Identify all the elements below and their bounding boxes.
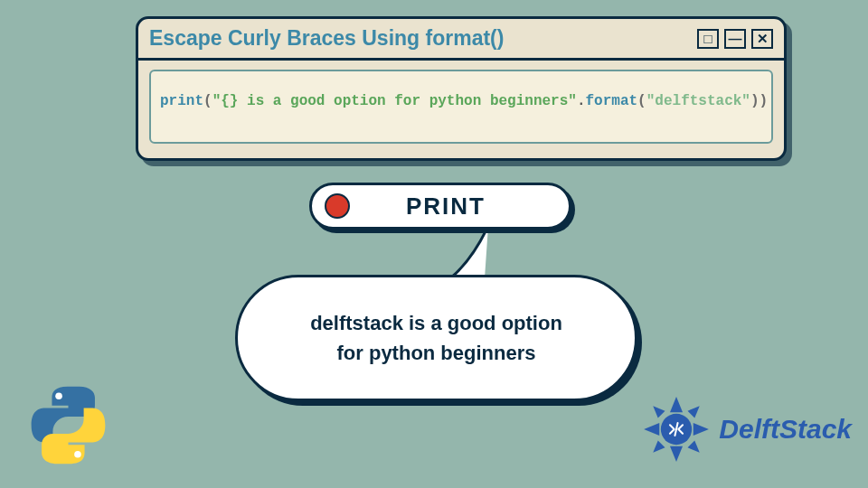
svg-point-0	[55, 392, 62, 399]
retro-window: Escape Curly Braces Using format() □ — ✕…	[136, 16, 787, 161]
output-bubble: delftstack is a good option for python b…	[235, 224, 637, 414]
code-paren-open2: (	[637, 93, 646, 109]
code-fn-format: format	[586, 93, 638, 109]
record-dot-icon	[325, 193, 350, 219]
window-title: Escape Curly Braces Using format()	[149, 26, 697, 51]
code-block: print("{} is a good option for python be…	[149, 70, 773, 144]
delftstack-badge-icon	[641, 394, 712, 465]
code-dot: .	[577, 93, 586, 109]
window-titlebar: Escape Curly Braces Using format() □ — ✕	[138, 19, 784, 61]
output-line-2: for python beginners	[337, 338, 536, 368]
delftstack-logo: DelftStack	[641, 394, 852, 465]
code-arg: "delftstack"	[646, 93, 750, 109]
print-label: PRINT	[350, 192, 569, 221]
minimize-button[interactable]: —	[724, 29, 746, 49]
code-paren-open: (	[203, 93, 212, 109]
output-line-1: delftstack is a good option	[310, 308, 562, 338]
code-fn-print: print	[160, 93, 203, 109]
code-paren-close2: )	[750, 93, 760, 109]
print-pill: PRINT	[309, 183, 571, 230]
delftstack-wordmark: DelftStack	[719, 414, 852, 445]
code-string: "{} is a good option for python beginner…	[212, 93, 577, 109]
python-logo-icon	[25, 382, 111, 468]
output-bubble-body: delftstack is a good option for python b…	[235, 275, 637, 401]
code-paren-close: )	[760, 93, 769, 109]
window-controls: □ — ✕	[697, 29, 773, 49]
svg-point-1	[74, 451, 81, 458]
close-button[interactable]: ✕	[751, 29, 773, 49]
maximize-button[interactable]: □	[697, 29, 719, 49]
